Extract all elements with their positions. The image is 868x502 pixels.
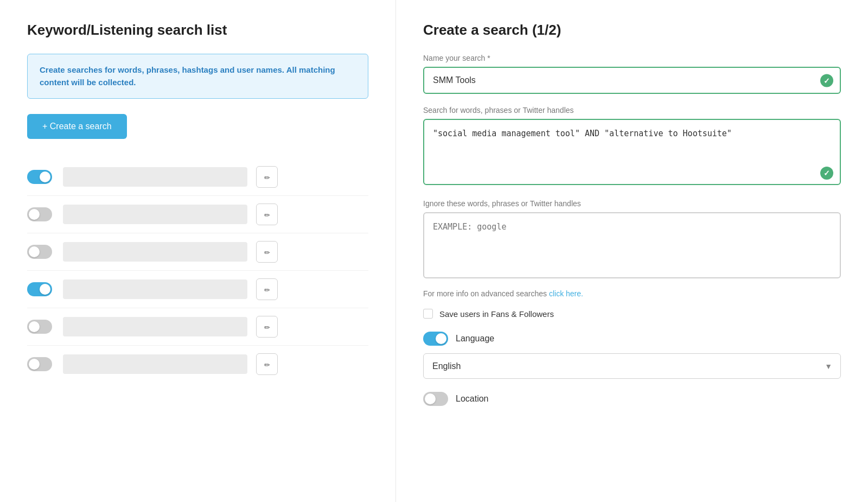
toggle-4[interactable] <box>27 282 52 296</box>
toggle-3[interactable] <box>27 245 52 259</box>
pencil-icon <box>264 210 270 219</box>
toggle-1[interactable] <box>27 170 52 184</box>
name-input-wrapper: ✓ <box>423 67 841 94</box>
toggle-6[interactable] <box>27 357 52 371</box>
item-label-5 <box>63 317 247 336</box>
language-toggle-row: Language <box>423 332 841 346</box>
pencil-icon <box>264 173 270 182</box>
list-item <box>27 271 368 308</box>
item-label-3 <box>63 242 247 262</box>
search-field-label: Search for words, phrases or Twitter han… <box>423 106 841 115</box>
toggle-2[interactable] <box>27 207 52 221</box>
fans-followers-label: Save users in Fans & Followers <box>439 309 554 319</box>
item-label-6 <box>63 354 247 374</box>
checkmark-circle-2: ✓ <box>820 167 833 180</box>
edit-button-2[interactable] <box>256 204 278 225</box>
pencil-icon <box>264 360 270 369</box>
location-label: Location <box>456 394 489 404</box>
language-select[interactable]: English Spanish French German Portuguese… <box>423 353 841 379</box>
language-select-wrapper: English Spanish French German Portuguese… <box>423 353 841 379</box>
list-item <box>27 233 368 271</box>
search-valid-icon: ✓ <box>820 166 833 180</box>
checkmark-circle: ✓ <box>820 74 833 87</box>
edit-button-1[interactable] <box>256 166 278 188</box>
create-search-button[interactable]: + Create a search <box>27 114 127 139</box>
advanced-info: For more info on advanced searches click… <box>423 289 841 298</box>
ignore-textarea[interactable] <box>423 212 841 278</box>
name-valid-icon: ✓ <box>820 74 833 87</box>
info-box: Create searches for words, phrases, hash… <box>27 54 368 99</box>
info-text: Create searches for words, phrases, hash… <box>40 64 356 88</box>
name-input[interactable] <box>423 67 841 94</box>
location-toggle[interactable] <box>423 392 448 406</box>
right-panel: Create a search (1/2) Name your search *… <box>396 0 868 502</box>
list-item <box>27 346 368 383</box>
fans-followers-checkbox[interactable] <box>423 309 433 319</box>
right-panel-title: Create a search (1/2) <box>423 22 841 39</box>
list-item <box>27 308 368 346</box>
search-textarea-wrapper: "social media management tool" AND "alte… <box>423 119 841 187</box>
item-label-4 <box>63 279 247 299</box>
edit-button-6[interactable] <box>256 353 278 375</box>
search-list <box>27 158 368 383</box>
edit-button-3[interactable] <box>256 241 278 263</box>
edit-button-4[interactable] <box>256 278 278 300</box>
language-toggle[interactable] <box>423 332 448 346</box>
location-row: Location <box>423 392 841 406</box>
edit-button-5[interactable] <box>256 316 278 338</box>
item-label-1 <box>63 167 247 187</box>
fans-followers-row: Save users in Fans & Followers <box>423 309 841 319</box>
pencil-icon <box>264 322 270 332</box>
item-label-2 <box>63 205 247 224</box>
ignore-field-label: Ignore these words, phrases or Twitter h… <box>423 199 841 208</box>
pencil-icon <box>264 285 270 294</box>
list-item <box>27 158 368 196</box>
list-item <box>27 196 368 233</box>
advanced-link[interactable]: click here. <box>549 289 583 298</box>
name-field-label: Name your search * <box>423 54 841 62</box>
language-label: Language <box>456 334 494 344</box>
pencil-icon <box>264 247 270 257</box>
search-textarea[interactable]: "social media management tool" AND "alte… <box>423 119 841 185</box>
left-panel-title: Keyword/Listening search list <box>27 22 368 39</box>
left-panel: Keyword/Listening search list Create sea… <box>0 0 396 502</box>
toggle-5[interactable] <box>27 320 52 334</box>
ignore-textarea-wrapper <box>423 212 841 281</box>
